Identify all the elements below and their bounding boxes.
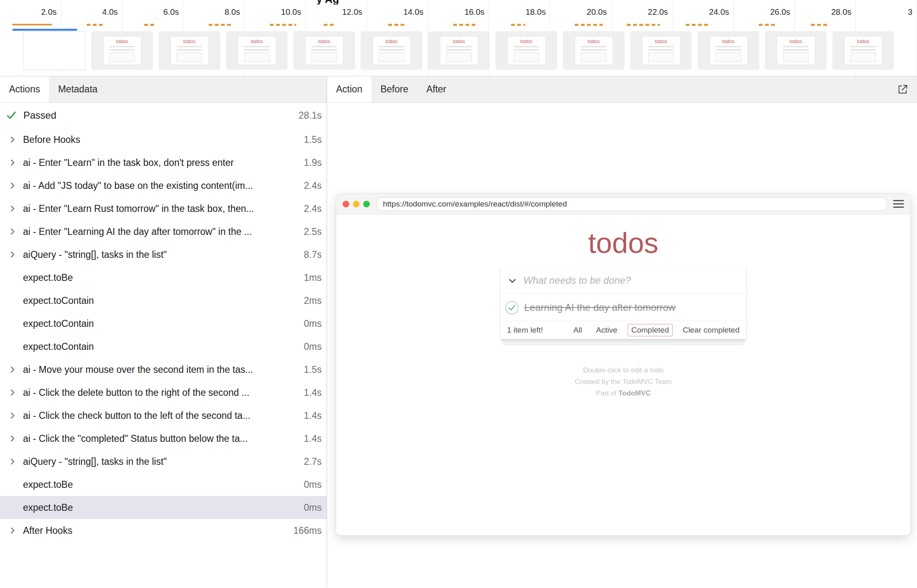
thumbnail-preview: todos <box>305 36 343 65</box>
timeline-thumbnail[interactable]: todos <box>495 31 557 70</box>
action-label: expect.toBe <box>23 272 298 283</box>
timeline-thumbnail[interactable]: todos <box>361 31 422 70</box>
thumbnail-caption: todos <box>857 39 869 44</box>
left-panel: Actions Metadata Passed 28.1s Before Hoo… <box>0 76 327 588</box>
timeline-thumbnail[interactable] <box>23 31 85 70</box>
action-row[interactable]: expect.toBe 1ms <box>0 266 327 289</box>
action-row[interactable]: expect.toBe 0ms <box>0 496 327 519</box>
action-duration: 2ms <box>304 295 322 306</box>
new-todo-placeholder: What needs to be done? <box>523 275 631 286</box>
tab-metadata[interactable]: Metadata <box>49 76 106 102</box>
chevron-down-icon[interactable] <box>507 275 518 286</box>
timeline-thumbnail[interactable]: todos <box>563 31 624 70</box>
timeline-thumbnail[interactable]: todos <box>226 31 288 70</box>
timeline-thumbnail[interactable]: todos <box>159 31 220 70</box>
action-row[interactable]: ai - Click the "completed" Status button… <box>0 427 327 450</box>
action-label: ai - Enter "Learn" in the task box, don'… <box>23 157 298 168</box>
timeline-tick-label: 3 <box>908 7 912 17</box>
action-duration: 0ms <box>304 479 322 490</box>
chevron-right-icon <box>8 136 18 144</box>
action-row[interactable]: ai - Click the delete button to the righ… <box>0 381 327 404</box>
action-row[interactable]: ai - Move your mouse over the second ite… <box>0 358 327 381</box>
todo-item-label: Learning AI the day after tomorrow <box>524 302 675 313</box>
items-left-count: 1 item left! <box>507 326 543 335</box>
action-duration: 1.5s <box>304 134 322 145</box>
left-tabbar: Actions Metadata <box>0 76 327 103</box>
action-row[interactable]: expect.toContain 2ms <box>0 289 327 312</box>
chevron-right-icon <box>8 411 18 420</box>
action-row[interactable]: expect.toContain 0ms <box>0 335 327 358</box>
timeline-thumbnail[interactable]: todos <box>293 31 355 70</box>
timeline-thumbnail[interactable]: todos <box>630 31 692 70</box>
timeline-tick-label: 18.0s <box>525 7 546 17</box>
tab-action[interactable]: Action <box>327 76 371 102</box>
action-label: aiQuery - "string[], tasks in the list" <box>23 249 298 260</box>
action-row[interactable]: aiQuery - "string[], tasks in the list" … <box>0 450 327 473</box>
thumbnail-caption: todos <box>453 39 465 44</box>
tab-after[interactable]: After <box>417 76 456 102</box>
action-duration: 1.9s <box>304 157 322 168</box>
clear-completed-button[interactable]: Clear completed <box>683 326 740 335</box>
tab-action-label: Action <box>336 84 362 95</box>
timeline-tick-label: 2.0s <box>41 7 57 17</box>
tab-actions-label: Actions <box>9 84 40 95</box>
tab-metadata-label: Metadata <box>58 84 97 95</box>
action-row[interactable]: ai - Click the check button to the left … <box>0 404 327 427</box>
timeline-thumbnail[interactable]: todos <box>698 31 759 70</box>
timeline-thumbnail[interactable]: todos <box>765 31 827 70</box>
timeline[interactable]: 2.0s 4.0s 6.0s 8.0s 10.0s 12.0s 14.0s 16… <box>0 0 917 76</box>
film-strip: todos todos todos todos todos todos todo… <box>0 31 917 70</box>
right-tabbar: Action Before After <box>327 76 917 103</box>
new-todo-row[interactable]: What needs to be done? <box>500 267 746 294</box>
timeline-thumbnail[interactable]: todos <box>832 31 894 70</box>
action-row[interactable]: Before Hooks 1.5s <box>0 128 327 151</box>
action-label: ai - Click the check button to the left … <box>23 410 298 421</box>
action-row[interactable]: ai - Add "JS today" to base on the exist… <box>0 174 327 197</box>
action-row[interactable]: ai - Enter "Learning AI the day after to… <box>0 220 327 243</box>
filter-completed[interactable]: Completed <box>627 324 673 336</box>
thumbnail-preview: todos <box>507 36 546 65</box>
todo-footer: 1 item left! All Active Completed Clear … <box>500 321 746 339</box>
action-row[interactable]: aiQuery - "string[], tasks in the list" … <box>0 243 327 266</box>
browser-titlebar: https://todomvc.com/examples/react/dist/… <box>336 194 910 214</box>
timeline-tick-label: 22.0s <box>648 7 668 17</box>
todo-item-row[interactable]: Learning AI the day after tomorrow <box>500 294 746 321</box>
action-row[interactable]: After Hooks 166ms <box>0 519 327 542</box>
action-label: expect.toBe <box>23 479 298 490</box>
clipped-page-title: y Ag <box>316 0 440 5</box>
menu-icon[interactable] <box>893 200 904 208</box>
close-window-icon[interactable] <box>343 201 349 207</box>
todo-card: What needs to be done? Learning AI the <box>500 267 746 339</box>
timeline-tick-label: 16.0s <box>464 7 484 17</box>
action-row[interactable]: ai - Enter "Learn" in the task box, don'… <box>0 151 327 174</box>
action-label: ai - Enter "Learn Rust tomorrow" in the … <box>23 203 298 214</box>
url-bar[interactable]: https://todomvc.com/examples/react/dist/… <box>377 198 887 211</box>
chevron-right-icon <box>8 158 18 167</box>
filters: All Active Completed <box>570 324 673 336</box>
tab-after-label: After <box>426 84 447 95</box>
chevron-right-icon <box>8 181 18 190</box>
action-row[interactable]: expect.toBe 0ms <box>0 473 327 496</box>
zoom-window-icon[interactable] <box>363 201 370 207</box>
timeline-thumbnail[interactable]: todos <box>91 31 153 70</box>
action-label: expect.toBe <box>23 502 298 513</box>
action-label: expect.toContain <box>23 341 298 352</box>
action-row[interactable]: ai - Enter "Learn Rust tomorrow" in the … <box>0 197 327 220</box>
timeline-tick-label: 6.0s <box>164 7 179 17</box>
action-duration: 0ms <box>304 341 322 352</box>
thumbnail-preview: todos <box>777 36 815 65</box>
todo-checked-icon[interactable] <box>505 300 519 315</box>
chevron-right-icon <box>8 365 18 374</box>
filter-all[interactable]: All <box>570 324 586 336</box>
timeline-thumbnail[interactable]: todos <box>428 31 490 70</box>
action-row[interactable]: expect.toContain 0ms <box>0 312 327 335</box>
test-status-row[interactable]: Passed 28.1s <box>0 103 327 128</box>
minimize-window-icon[interactable] <box>353 201 359 207</box>
tab-before[interactable]: Before <box>371 76 417 102</box>
filter-active[interactable]: Active <box>592 324 621 336</box>
action-duration: 2.5s <box>304 226 322 237</box>
tab-actions[interactable]: Actions <box>0 76 49 102</box>
action-label: expect.toContain <box>23 318 298 329</box>
thumbnail-preview: todos <box>238 36 276 65</box>
open-external-icon[interactable] <box>888 76 917 102</box>
